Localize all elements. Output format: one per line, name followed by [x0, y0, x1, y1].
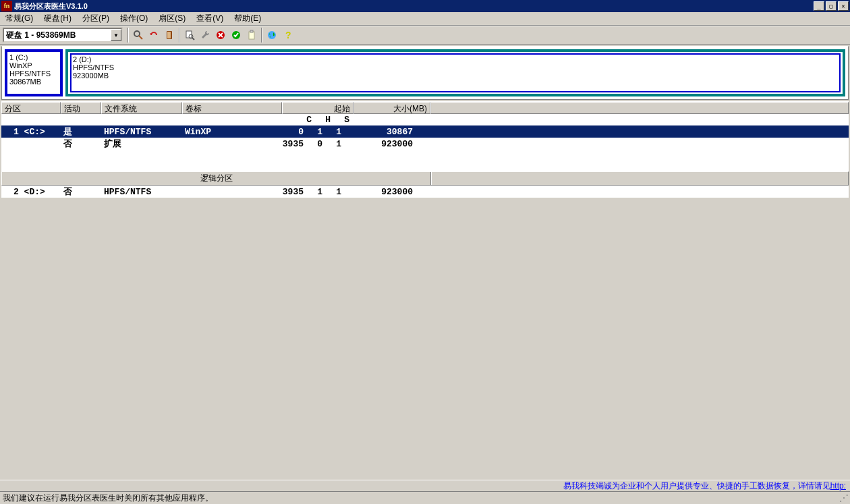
menubar: 常规(G) 硬盘(H) 分区(P) 操作(O) 扇区(S) 查看(V) 帮助(E…	[0, 12, 850, 26]
table-row[interactable]: 2 <D:> 否 HPFS/NTFS 3935 1 1 923000	[1, 186, 849, 198]
chs-subheader: C H S	[1, 114, 849, 125]
globe-icon[interactable]	[264, 28, 279, 43]
book-icon[interactable]	[162, 28, 177, 43]
titlebar: fn 易我分区表医生V3.1.0 _ ▢ ✕	[0, 0, 850, 12]
part-c-fs: HPFS/NTFS	[9, 69, 58, 78]
footer-bar: 我们建议在运行易我分区表医生时关闭所有其他应用程序。 ⋰	[0, 492, 850, 504]
svg-rect-12	[250, 30, 253, 32]
help-icon[interactable]: ?	[280, 28, 295, 43]
close-button[interactable]: ✕	[838, 1, 849, 11]
menu-partition[interactable]: 分区(P)	[80, 11, 112, 26]
part-c-label: WinXP	[9, 61, 58, 69]
footer-text: 我们建议在运行易我分区表医生时关闭所有其他应用程序。	[3, 493, 213, 504]
menu-operation[interactable]: 操作(O)	[117, 11, 150, 26]
part-c-id: 1 (C:)	[9, 53, 58, 61]
disk-map: 1 (C:) WinXP HPFS/NTFS 30867MB 2 (D:) HP…	[1, 46, 849, 100]
part-d-size: 923000MB	[73, 72, 838, 80]
toolbar: 硬盘 1 - 953869MB ▼ ?	[0, 26, 850, 45]
svg-rect-11	[249, 32, 254, 39]
check-icon[interactable]	[229, 28, 244, 43]
maximize-button[interactable]: ▢	[826, 1, 837, 11]
col-label[interactable]: 卷标	[182, 102, 282, 114]
clipboard-icon[interactable]	[244, 28, 259, 43]
menu-general[interactable]: 常规(G)	[3, 11, 36, 26]
partition-table: 分区 活动 文件系统 卷标 起始 大小(MB) C H S 1 <C:> 是 H…	[1, 101, 849, 198]
svg-text:?: ?	[285, 30, 291, 40]
disk-selector-text: 硬盘 1 - 953869MB	[4, 29, 111, 41]
partition-block-c[interactable]: 1 (C:) WinXP HPFS/NTFS 30867MB	[5, 49, 63, 96]
svg-line-1	[139, 36, 142, 39]
table-row[interactable]: 否 扩展 3935 0 1 923000	[1, 138, 849, 150]
menu-sector[interactable]: 扇区(S)	[156, 11, 188, 26]
toolbar-separator	[128, 28, 129, 43]
part-d-fs: HPFS/NTFS	[73, 63, 838, 72]
delete-icon[interactable]	[213, 28, 228, 43]
status-text: 易我科技竭诚为企业和个人用户提供专业、快捷的手工数据恢复，详情请见	[563, 480, 830, 492]
col-filesystem[interactable]: 文件系统	[101, 102, 182, 114]
logical-label: 逻辑分区	[2, 172, 431, 185]
table-header: 分区 活动 文件系统 卷标 起始 大小(MB)	[1, 101, 849, 114]
toolbar-separator	[179, 28, 180, 43]
col-size[interactable]: 大小(MB)	[353, 102, 430, 114]
sub-c: C	[282, 115, 312, 125]
svg-point-0	[134, 31, 140, 36]
col-partition[interactable]: 分区	[1, 102, 61, 114]
svg-rect-3	[167, 32, 171, 38]
wrench-icon[interactable]	[198, 28, 213, 43]
sub-h: H	[312, 115, 331, 125]
col-active[interactable]: 活动	[61, 102, 101, 114]
table-row[interactable]: 1 <C:> 是 HPFS/NTFS WinXP 0 1 1 30867	[1, 125, 849, 138]
partition-block-d[interactable]: 2 (D:) HPFS/NTFS 923000MB	[65, 49, 845, 96]
col-start[interactable]: 起始	[282, 102, 353, 114]
toolbar-separator	[261, 28, 262, 43]
col-filler	[430, 102, 849, 114]
logical-section-header: 逻辑分区	[1, 171, 849, 186]
menu-help[interactable]: 帮助(E)	[231, 11, 264, 26]
part-c-size: 30867MB	[9, 78, 58, 86]
svg-point-13	[268, 31, 276, 39]
resize-grip-icon[interactable]: ⋰	[839, 493, 847, 503]
doc-search-icon[interactable]	[182, 28, 197, 43]
part-d-id: 2 (D:)	[73, 55, 838, 63]
chevron-down-icon[interactable]: ▼	[111, 29, 121, 41]
search-icon[interactable]	[131, 28, 146, 43]
undo-icon[interactable]	[146, 28, 161, 43]
sub-s: S	[331, 115, 349, 125]
menu-disk[interactable]: 硬盘(H)	[41, 11, 74, 26]
menu-view[interactable]: 查看(V)	[194, 11, 226, 26]
status-link[interactable]: http:	[830, 481, 846, 491]
status-bar: 易我科技竭诚为企业和个人用户提供专业、快捷的手工数据恢复，详情请见 http:	[0, 480, 850, 492]
minimize-button[interactable]: _	[814, 1, 824, 11]
window-title: 易我分区表医生V3.1.0	[14, 1, 812, 11]
svg-line-6	[192, 38, 194, 40]
disk-selector[interactable]: 硬盘 1 - 953869MB ▼	[3, 28, 123, 43]
app-icon: fn	[1, 1, 12, 11]
